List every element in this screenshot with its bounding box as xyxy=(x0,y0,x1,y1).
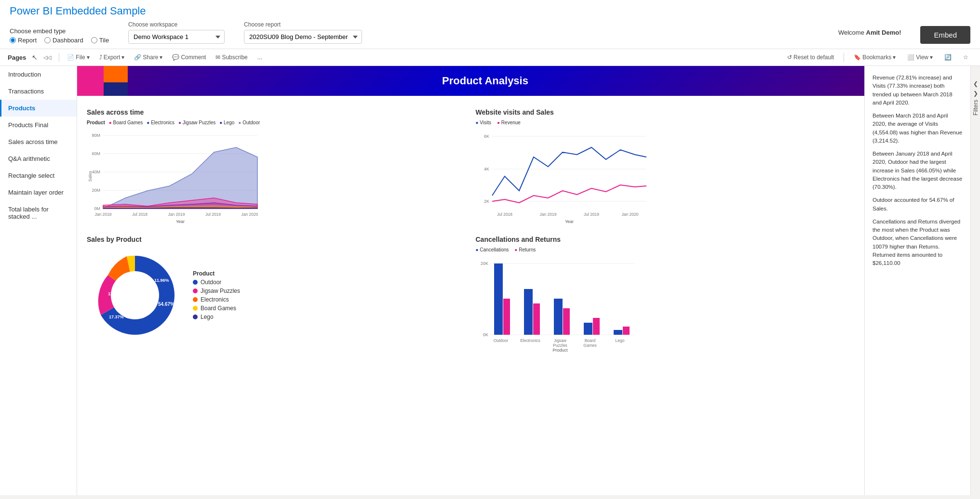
bookmarks-btn[interactable]: 🔖 Bookmarks ▾ xyxy=(850,52,899,63)
electronics-dot xyxy=(193,297,198,302)
report-select[interactable]: 2020SU09 Blog Demo - September xyxy=(244,30,362,44)
share-btn[interactable]: 🔗 Share ▾ xyxy=(130,52,166,63)
svg-text:Year: Year xyxy=(564,219,573,224)
svg-text:Electronics: Electronics xyxy=(520,338,540,343)
legend-lego: ● Lego xyxy=(219,120,234,125)
embed-type-label: Choose embed type xyxy=(10,27,109,35)
donut-legend: Product Outdoor Jigsaw Puzzles xyxy=(193,270,240,322)
jigsaw-dot xyxy=(193,289,198,293)
more-btn[interactable]: ... xyxy=(254,52,266,63)
cursor-icon: ↖ xyxy=(32,53,38,61)
file-btn[interactable]: 📄 File ▾ xyxy=(63,52,93,63)
sidebar-item-introduction[interactable]: Introduction xyxy=(0,66,77,83)
toolbar-right: ↺ Reset to default 🔖 Bookmarks ▾ ⬜ View … xyxy=(783,52,972,63)
right-panel: Revenue (72.81% increase) and Visits (77… xyxy=(864,66,970,495)
visits-line xyxy=(492,147,646,196)
outdoor-area xyxy=(103,147,257,209)
refresh-icon: 🔄 xyxy=(944,54,952,61)
pages-label: Pages xyxy=(8,54,26,61)
svg-text:Sales: Sales xyxy=(88,171,93,182)
workspace-group: Choose workspace Demo Workspace 1 xyxy=(128,21,225,44)
toolbar: Pages ↖ ◁◁ 📄 File ▾ ⤴ Export ▾ 🔗 Share ▾… xyxy=(0,49,980,66)
insight-4: Outdoor accounted for 54.67% of Sales. xyxy=(873,196,963,213)
radio-tile-input[interactable] xyxy=(91,37,97,43)
legend-item-lego: Lego xyxy=(193,314,240,320)
legend-revenue: ● Revenue xyxy=(497,120,521,125)
insight-3: Between January 2018 and April 2020, Out… xyxy=(873,150,963,191)
embed-controls: Choose embed type Report Dashboard Tile … xyxy=(10,21,970,44)
svg-text:Jan 2018: Jan 2018 xyxy=(95,212,112,217)
filters-panel: ❮ ❯ Filters xyxy=(970,66,980,495)
svg-text:11.96%: 11.96% xyxy=(154,278,169,283)
bar-outdoor-return xyxy=(503,299,510,335)
visits-legend: ● Visits ● Revenue xyxy=(476,120,855,125)
radio-report-input[interactable] xyxy=(10,37,16,43)
legend-outdoor: ● Outdoor xyxy=(238,120,260,125)
sidebar-item-products[interactable]: Products xyxy=(0,100,77,117)
revenue-line xyxy=(492,185,646,203)
svg-text:12.98%: 12.98% xyxy=(108,291,123,296)
legend-product-label: Product xyxy=(87,120,105,125)
radio-dashboard[interactable]: Dashboard xyxy=(44,37,83,44)
legend-visits: ● Visits xyxy=(476,120,492,125)
radio-report[interactable]: Report xyxy=(10,37,37,44)
workspace-select[interactable]: Demo Workspace 1 xyxy=(128,30,225,44)
svg-text:Puzzles: Puzzles xyxy=(553,343,567,348)
radio-tile[interactable]: Tile xyxy=(91,37,109,44)
share-icon: 🔗 xyxy=(134,54,141,61)
svg-text:0M: 0M xyxy=(94,206,100,211)
svg-text:Jul 2019: Jul 2019 xyxy=(205,212,221,217)
svg-text:Outdoor: Outdoor xyxy=(493,338,508,343)
svg-text:4K: 4K xyxy=(483,167,489,171)
embed-button[interactable]: Embed xyxy=(920,26,970,44)
donut-chart: 11.96% 54.67% 17.37% 12.98% xyxy=(87,247,183,343)
insight-1: Revenue (72.81% increase) and Visits (77… xyxy=(873,74,963,107)
donut-container: 11.96% 54.67% 17.37% 12.98% Product xyxy=(87,247,466,345)
svg-text:Jan 2019: Jan 2019 xyxy=(539,212,556,217)
svg-text:Jan 2020: Jan 2020 xyxy=(242,212,258,217)
export-icon: ⤴ xyxy=(99,54,102,61)
boardgames-dot xyxy=(193,306,198,311)
svg-text:Games: Games xyxy=(583,343,596,348)
sales-legend: Product ● Board Games ● Electronics ● Ji… xyxy=(87,120,466,125)
sidebar-item-rectangle[interactable]: Rectangle select xyxy=(0,167,77,184)
svg-text:Board: Board xyxy=(584,338,595,343)
svg-text:20M: 20M xyxy=(92,188,100,193)
sidebar-item-qa[interactable]: Q&A arithmetic xyxy=(0,150,77,167)
app-title: Power BI Embedded Sample xyxy=(10,5,970,17)
welcome-text: Welcome Amit Demo! xyxy=(838,29,901,36)
comment-btn[interactable]: 💬 Comment xyxy=(168,52,210,63)
star-icon: ☆ xyxy=(963,54,968,61)
filters-label[interactable]: Filters xyxy=(972,100,979,116)
sales-area-chart: 80M 60M 40M 20M 0M Sales xyxy=(87,128,260,224)
star-btn[interactable]: ☆ xyxy=(959,52,972,63)
bar-lego-return xyxy=(623,327,630,335)
collapse-btn[interactable]: ◁◁ xyxy=(40,53,55,63)
export-btn[interactable]: ⤴ Export ▾ xyxy=(95,52,129,63)
sidebar: Introduction Transactions Products Produ… xyxy=(0,66,77,495)
cancellations-chart: 20K 0K xyxy=(476,255,640,352)
legend-board-games: ● Board Games xyxy=(109,120,143,125)
view-btn[interactable]: ⬜ View ▾ xyxy=(903,52,937,63)
svg-text:40M: 40M xyxy=(92,170,100,174)
website-visits-title: Website visits and Sales xyxy=(476,108,855,116)
chevron-left-icon[interactable]: ❮ xyxy=(973,80,978,87)
sidebar-item-products-final[interactable]: Products Final xyxy=(0,117,77,133)
reset-btn[interactable]: ↺ Reset to default xyxy=(783,52,838,63)
svg-text:0K: 0K xyxy=(483,332,488,337)
radio-dashboard-input[interactable] xyxy=(44,37,51,43)
svg-text:Year: Year xyxy=(176,219,185,224)
refresh-btn[interactable]: 🔄 xyxy=(940,52,955,63)
subscribe-btn[interactable]: ✉ Subscribe xyxy=(212,52,251,63)
top-header: Power BI Embedded Sample Choose embed ty… xyxy=(0,0,980,49)
svg-text:Lego: Lego xyxy=(615,338,624,343)
chevron-down-icon[interactable]: ❯ xyxy=(973,90,978,97)
sidebar-item-maintain-layer[interactable]: Maintain layer order xyxy=(0,184,77,201)
report-label: Choose report xyxy=(244,21,362,28)
banner-title: Product Analysis xyxy=(92,75,850,87)
sidebar-item-transactions[interactable]: Transactions xyxy=(0,83,77,100)
cancellations-title: Cancellations and Returns xyxy=(476,236,855,243)
sidebar-item-total-labels[interactable]: Total labels for stacked ... xyxy=(0,201,77,225)
sidebar-item-sales-across-time[interactable]: Sales across time xyxy=(0,133,77,150)
embed-type-group: Choose embed type Report Dashboard Tile xyxy=(10,27,109,44)
